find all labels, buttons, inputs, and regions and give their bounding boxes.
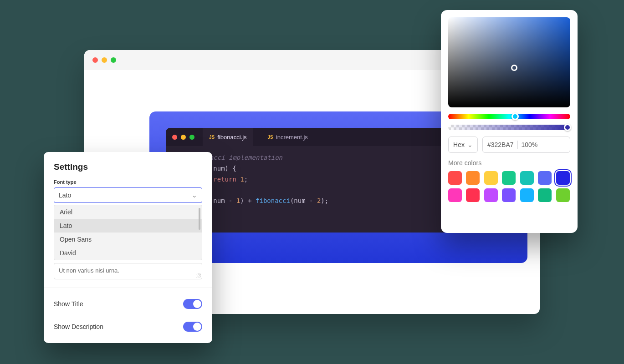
resize-handle-icon[interactable] [196, 273, 201, 278]
code-sym: (num - [210, 197, 236, 204]
editor-maximize-dot[interactable] [189, 135, 194, 140]
show-title-row: Show Title [54, 296, 202, 319]
show-description-toggle[interactable] [183, 322, 202, 332]
hex-value: #322BA7 [487, 141, 514, 148]
saturation-value-area[interactable] [448, 17, 570, 107]
show-description-row: Show Description [54, 319, 202, 342]
editor-minimize-dot[interactable] [181, 135, 186, 140]
code-sym: ; [244, 176, 248, 183]
font-option-lato[interactable]: Lato [54, 219, 202, 233]
code-keyword: return [213, 176, 236, 183]
editor-close-dot[interactable] [172, 135, 177, 140]
alpha-slider[interactable] [448, 125, 570, 130]
font-type-value: Lato [59, 192, 71, 199]
opacity-value: 100% [522, 141, 538, 148]
code-sym: ); [321, 197, 328, 204]
color-swatch[interactable] [538, 188, 552, 202]
description-textarea[interactable]: Ut non varius nisi urna. [54, 263, 202, 279]
color-swatch[interactable] [520, 171, 534, 185]
font-option-david[interactable]: David [54, 246, 202, 260]
settings-title: Settings [54, 162, 202, 172]
code-sym: ) + [240, 197, 256, 204]
hue-slider[interactable] [448, 114, 570, 119]
js-icon: JS [209, 135, 215, 140]
tab-label: increment.js [276, 134, 308, 141]
color-picker-panel: Hex ⌄ #322BA7 100% More colors [441, 10, 578, 233]
color-swatch[interactable] [538, 171, 552, 185]
settings-panel: Settings Font type Lato ⌄ Ariel Lato Ope… [44, 152, 212, 343]
chevron-down-icon: ⌄ [192, 192, 197, 199]
color-value-input[interactable]: #322BA7 100% [482, 136, 570, 153]
color-swatch[interactable] [448, 188, 462, 202]
color-swatch[interactable] [556, 171, 570, 185]
js-icon: JS [268, 135, 273, 140]
textarea-value: Ut non varius nisi urna. [59, 267, 119, 274]
chevron-down-icon: ⌄ [467, 141, 473, 148]
show-title-toggle[interactable] [183, 299, 202, 309]
hue-cursor[interactable] [511, 113, 519, 120]
show-description-label: Show Description [54, 323, 103, 330]
color-swatch[interactable] [502, 188, 516, 202]
dropdown-scrollbar[interactable] [199, 208, 200, 230]
color-format-value: Hex [453, 141, 465, 148]
code-fn: fibonacci [256, 197, 290, 204]
color-swatches [448, 171, 570, 202]
code-sym: (num) { [210, 165, 236, 172]
font-type-label: Font type [54, 179, 202, 185]
window-maximize-dot[interactable] [111, 57, 116, 63]
separator [517, 141, 518, 149]
font-type-select[interactable]: Lato ⌄ [54, 187, 202, 203]
color-format-select[interactable]: Hex ⌄ [448, 136, 478, 153]
code-sym: (num - [290, 197, 317, 204]
editor-tab-fibonacci[interactable]: JS fibonacci.js [203, 128, 253, 146]
color-swatch[interactable] [466, 188, 480, 202]
window-minimize-dot[interactable] [102, 57, 107, 63]
color-swatch[interactable] [556, 188, 570, 202]
sv-cursor[interactable] [511, 65, 517, 71]
window-close-dot[interactable] [92, 57, 98, 63]
font-option-ariel[interactable]: Ariel [54, 205, 202, 219]
color-swatch[interactable] [484, 188, 498, 202]
color-input-row: Hex ⌄ #322BA7 100% [448, 136, 570, 153]
color-swatch[interactable] [466, 171, 480, 185]
color-swatch[interactable] [520, 188, 534, 202]
alpha-cursor[interactable] [564, 124, 571, 131]
font-option-opensans[interactable]: Open Sans [54, 233, 202, 246]
divider [44, 288, 212, 288]
editor-tab-increment[interactable]: JS increment.js [261, 128, 314, 146]
font-type-dropdown: Ariel Lato Open Sans David [54, 205, 202, 260]
tab-label: fibonacci.js [217, 134, 246, 141]
code-num: 1 [236, 176, 244, 183]
show-title-label: Show Title [54, 300, 83, 308]
color-swatch[interactable] [484, 171, 498, 185]
color-swatch[interactable] [448, 171, 462, 185]
color-swatch[interactable] [502, 171, 516, 185]
more-colors-label: More colors [448, 159, 570, 167]
